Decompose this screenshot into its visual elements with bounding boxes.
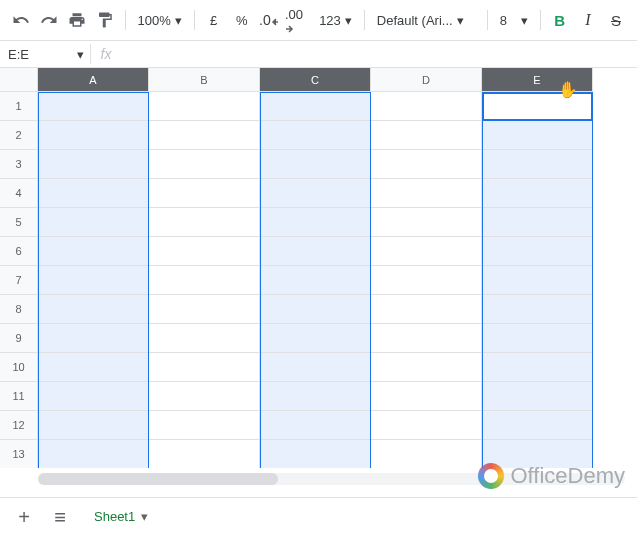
- cell[interactable]: [38, 237, 149, 266]
- cell[interactable]: [38, 382, 149, 411]
- row-header[interactable]: 8: [0, 295, 38, 324]
- cell[interactable]: [149, 92, 260, 121]
- print-button[interactable]: [64, 6, 90, 34]
- cell[interactable]: [149, 411, 260, 440]
- cell[interactable]: [482, 237, 593, 266]
- row-header[interactable]: 1: [0, 92, 38, 121]
- column-header-e[interactable]: E: [482, 68, 593, 92]
- cell[interactable]: [482, 295, 593, 324]
- font-size-dropdown[interactable]: 8▾: [494, 6, 534, 34]
- cell[interactable]: [38, 92, 149, 121]
- cell[interactable]: [482, 92, 593, 121]
- column-header-a[interactable]: A: [38, 68, 149, 92]
- column-header-c[interactable]: C: [260, 68, 371, 92]
- cell[interactable]: [260, 121, 371, 150]
- cell[interactable]: [38, 295, 149, 324]
- cell[interactable]: [260, 411, 371, 440]
- sheet-tab-sheet1[interactable]: Sheet1 ▾: [80, 502, 162, 534]
- cell[interactable]: [38, 440, 149, 468]
- cell[interactable]: [371, 92, 482, 121]
- strikethrough-button[interactable]: S: [603, 6, 629, 34]
- add-sheet-button[interactable]: +: [8, 502, 40, 534]
- cell[interactable]: [482, 150, 593, 179]
- row-header[interactable]: 6: [0, 237, 38, 266]
- cell[interactable]: [260, 150, 371, 179]
- row-header[interactable]: 4: [0, 179, 38, 208]
- cell[interactable]: [482, 179, 593, 208]
- column-header-b[interactable]: B: [149, 68, 260, 92]
- scrollbar-thumb[interactable]: [38, 473, 278, 485]
- cell[interactable]: [371, 440, 482, 468]
- name-box[interactable]: E:E: [0, 41, 70, 67]
- cell[interactable]: [482, 266, 593, 295]
- bold-button[interactable]: B: [547, 6, 573, 34]
- cell[interactable]: [38, 324, 149, 353]
- italic-button[interactable]: I: [575, 6, 601, 34]
- cell[interactable]: [371, 179, 482, 208]
- column-header-d[interactable]: D: [371, 68, 482, 92]
- cell[interactable]: [482, 411, 593, 440]
- currency-button[interactable]: £: [201, 6, 227, 34]
- cell[interactable]: [371, 237, 482, 266]
- cell[interactable]: [38, 121, 149, 150]
- cell[interactable]: [149, 208, 260, 237]
- row-header[interactable]: 7: [0, 266, 38, 295]
- cell[interactable]: [371, 411, 482, 440]
- cell[interactable]: [260, 266, 371, 295]
- cell[interactable]: [149, 295, 260, 324]
- cell[interactable]: [260, 440, 371, 468]
- all-sheets-button[interactable]: ≡: [44, 502, 76, 534]
- cell[interactable]: [371, 150, 482, 179]
- cell[interactable]: [260, 382, 371, 411]
- cell[interactable]: [38, 411, 149, 440]
- cell[interactable]: [38, 266, 149, 295]
- sheet-tab-dropdown-icon[interactable]: ▾: [141, 509, 148, 524]
- row-header[interactable]: 3: [0, 150, 38, 179]
- cell[interactable]: [149, 353, 260, 382]
- cell[interactable]: [38, 353, 149, 382]
- increase-decimal-button[interactable]: .00: [285, 6, 311, 34]
- percent-button[interactable]: %: [229, 6, 255, 34]
- zoom-dropdown[interactable]: 100%▾: [131, 6, 187, 34]
- undo-button[interactable]: [8, 6, 34, 34]
- name-box-dropdown[interactable]: ▾: [70, 47, 90, 62]
- cell[interactable]: [149, 382, 260, 411]
- font-family-dropdown[interactable]: Default (Ari...▾: [371, 6, 481, 34]
- row-header[interactable]: 2: [0, 121, 38, 150]
- formula-input[interactable]: [121, 41, 637, 67]
- row-header[interactable]: 11: [0, 382, 38, 411]
- cell[interactable]: [371, 324, 482, 353]
- row-header[interactable]: 10: [0, 353, 38, 382]
- cell[interactable]: [260, 92, 371, 121]
- cell[interactable]: [38, 150, 149, 179]
- cell[interactable]: [260, 179, 371, 208]
- more-formats-dropdown[interactable]: 123▾: [313, 6, 358, 34]
- cell[interactable]: [149, 440, 260, 468]
- paint-format-button[interactable]: [92, 6, 118, 34]
- row-header[interactable]: 9: [0, 324, 38, 353]
- cell[interactable]: [371, 295, 482, 324]
- cell[interactable]: [149, 324, 260, 353]
- cell[interactable]: [482, 208, 593, 237]
- row-header[interactable]: 12: [0, 411, 38, 440]
- cell[interactable]: [371, 382, 482, 411]
- cell[interactable]: [482, 121, 593, 150]
- cell[interactable]: [38, 208, 149, 237]
- row-header[interactable]: 5: [0, 208, 38, 237]
- cell[interactable]: [260, 208, 371, 237]
- cell[interactable]: [149, 179, 260, 208]
- cell[interactable]: [371, 266, 482, 295]
- cell[interactable]: [260, 324, 371, 353]
- cell[interactable]: [149, 150, 260, 179]
- decrease-decimal-button[interactable]: .0: [257, 6, 283, 34]
- cell[interactable]: [38, 179, 149, 208]
- redo-button[interactable]: [36, 6, 62, 34]
- cell[interactable]: [149, 237, 260, 266]
- select-all-corner[interactable]: [0, 68, 38, 92]
- cell[interactable]: [482, 353, 593, 382]
- cell[interactable]: [149, 266, 260, 295]
- cell[interactable]: [482, 324, 593, 353]
- cell[interactable]: [482, 382, 593, 411]
- cell[interactable]: [371, 353, 482, 382]
- cell[interactable]: [260, 237, 371, 266]
